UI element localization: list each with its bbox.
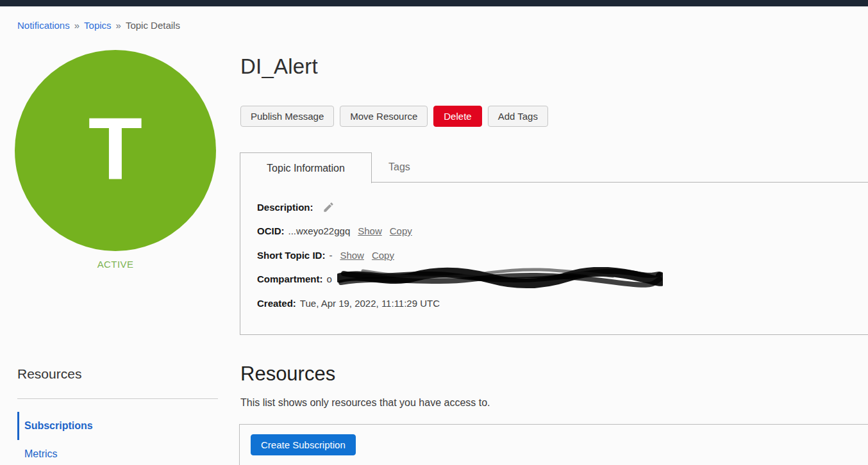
short-topic-id-value: - bbox=[329, 250, 332, 261]
ocid-label: OCID: bbox=[257, 225, 285, 236]
short-topic-id-show-link[interactable]: Show bbox=[340, 250, 364, 261]
tabstrip-bottom-border bbox=[372, 182, 868, 183]
edit-pencil-icon[interactable] bbox=[322, 201, 335, 213]
description-field: Description: bbox=[257, 201, 860, 213]
sidebar-resources-heading: Resources bbox=[17, 366, 81, 382]
move-resource-button[interactable]: Move Resource bbox=[340, 106, 428, 127]
resources-section-description: This list shows only resources that you … bbox=[240, 397, 490, 409]
create-subscription-button[interactable]: Create Subscription bbox=[251, 434, 356, 455]
breadcrumb-link-topics[interactable]: Topics bbox=[84, 20, 112, 31]
topic-avatar-letter: T bbox=[88, 104, 142, 192]
sidebar-item-subscriptions[interactable]: Subscriptions bbox=[17, 412, 218, 440]
tab-tags[interactable]: Tags bbox=[372, 152, 427, 182]
created-label: Created: bbox=[257, 298, 296, 309]
description-label: Description: bbox=[257, 202, 313, 213]
subscriptions-panel: Create Subscription bbox=[239, 424, 868, 465]
ocid-show-link[interactable]: Show bbox=[358, 225, 382, 236]
breadcrumb-separator: » bbox=[74, 20, 79, 31]
page-title: DI_Alert bbox=[240, 54, 318, 79]
info-panel-left-border bbox=[240, 183, 240, 334]
sidebar-item-metrics[interactable]: Metrics bbox=[17, 440, 218, 465]
resources-section-heading: Resources bbox=[240, 363, 335, 386]
short-topic-id-label: Short Topic ID: bbox=[257, 250, 325, 261]
breadcrumb-link-notifications[interactable]: Notifications bbox=[17, 20, 70, 31]
status-badge: ACTIVE bbox=[15, 259, 216, 270]
add-tags-button[interactable]: Add Tags bbox=[488, 106, 548, 127]
breadcrumb-separator: » bbox=[116, 20, 121, 31]
tab-topic-information[interactable]: Topic Information bbox=[240, 152, 372, 183]
created-field: Created: Tue, Apr 19, 2022, 11:11:29 UTC bbox=[257, 297, 860, 309]
breadcrumb-current-topic-details: Topic Details bbox=[126, 20, 180, 31]
short-topic-id-copy-link[interactable]: Copy bbox=[372, 250, 394, 261]
compartment-label: Compartment: bbox=[257, 273, 323, 284]
compartment-field: Compartment: o bbox=[257, 273, 860, 285]
sidebar-item-label: Subscriptions bbox=[19, 420, 93, 432]
short-topic-id-field: Short Topic ID: - Show Copy bbox=[257, 249, 860, 261]
topic-information-fields: Description: OCID: ...wxeyo22ggq Show Co… bbox=[257, 201, 860, 322]
compartment-redaction-scribble bbox=[337, 267, 663, 291]
publish-message-button[interactable]: Publish Message bbox=[240, 106, 334, 127]
delete-button[interactable]: Delete bbox=[433, 106, 481, 127]
action-button-row: Publish Message Move Resource Delete Add… bbox=[240, 106, 548, 127]
breadcrumb: Notifications » Topics » Topic Details bbox=[17, 20, 180, 31]
top-navigation-bar bbox=[0, 0, 868, 6]
ocid-field: OCID: ...wxeyo22ggq Show Copy bbox=[257, 225, 860, 237]
info-panel-bottom-border bbox=[240, 334, 868, 335]
ocid-value: ...wxeyo22ggq bbox=[288, 225, 351, 236]
topic-avatar: T bbox=[15, 50, 216, 251]
sidebar-item-label: Metrics bbox=[17, 448, 58, 460]
created-value: Tue, Apr 19, 2022, 11:11:29 UTC bbox=[300, 298, 440, 309]
sidebar-divider bbox=[17, 398, 218, 399]
compartment-value-fragment: o bbox=[327, 273, 332, 284]
ocid-copy-link[interactable]: Copy bbox=[390, 225, 412, 236]
